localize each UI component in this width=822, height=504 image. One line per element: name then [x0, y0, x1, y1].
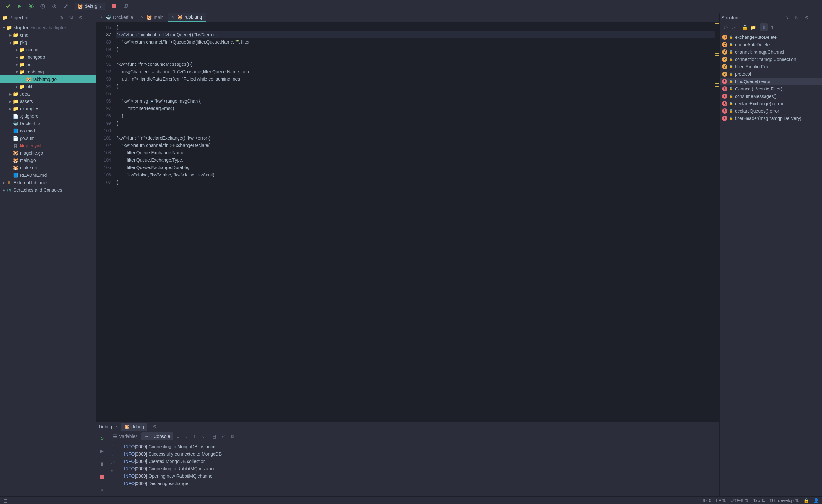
tree-item-.idea[interactable]: ▸📁.idea [0, 90, 96, 98]
build-icon[interactable] [3, 2, 13, 11]
stop-icon[interactable] [97, 472, 107, 482]
tree-item-make.go[interactable]: 🐹make.go [0, 164, 96, 171]
close-icon[interactable]: × [172, 15, 174, 19]
target-icon[interactable]: ⊕ [57, 14, 65, 21]
expand-icon[interactable]: ⇲ [67, 14, 75, 21]
step-into-icon[interactable]: ↓ [182, 432, 190, 440]
kind-badge: C [722, 42, 727, 47]
run-icon[interactable] [15, 2, 24, 11]
external-libraries[interactable]: ▸ ⫴ External Libraries [0, 179, 96, 186]
close-icon[interactable]: × [100, 15, 102, 20]
struct-item[interactable]: λ🔒filterHeader(msg *amqp.Delivery) [720, 115, 822, 122]
step-over-icon[interactable]: ⤵ [174, 432, 182, 440]
tab-Dockerfile[interactable]: ×🐳Dockerfile [96, 13, 137, 22]
tree-item-main.go[interactable]: 🐹main.go [0, 157, 96, 164]
struct-item[interactable]: λ🔒declareQueues() error [720, 107, 822, 115]
settings-icon[interactable]: ⇄ [219, 432, 227, 440]
struct-item[interactable]: λ🔒declareExchange() error [720, 100, 822, 107]
hammer-icon[interactable] [61, 2, 71, 11]
tree-item-go.sum[interactable]: 📄go.sum [0, 134, 96, 142]
minimap[interactable] [715, 22, 719, 422]
rerun-icon[interactable]: ↻ [97, 433, 107, 443]
code-content[interactable]: }"kw">func "highlight fnd">bindQueue() "… [115, 22, 715, 422]
project-root[interactable]: ▾ 📁 klopfer ~/code/lab/klopfer [0, 24, 96, 31]
tree-item-assets[interactable]: ▸📁assets [0, 98, 96, 105]
tree-item-cmd[interactable]: ▸📁cmd [0, 31, 96, 38]
run-config-selector[interactable]: 🐹 debug ▾ [75, 3, 105, 10]
tree-item-util[interactable]: ▸📁util [0, 83, 96, 90]
tree-item-Dockerfile[interactable]: 🐳Dockerfile [0, 120, 96, 127]
struct-item[interactable]: V🔒protocol [720, 70, 822, 78]
collapse-icon[interactable]: ⇱ [793, 14, 801, 21]
gear-icon[interactable]: ⚙ [803, 14, 810, 21]
tree-item-rabbitmq[interactable]: ▾📁rabbitmq [0, 68, 96, 75]
wrap-icon[interactable]: ⇄ [111, 460, 115, 465]
tree-item-go.mod[interactable]: 📘go.mod [0, 127, 96, 134]
git-branch[interactable]: Git: develop ⇅ [770, 498, 799, 503]
console-tab[interactable]: →_ Console [141, 432, 173, 440]
profile-icon[interactable] [49, 2, 59, 11]
sort-alpha-icon[interactable]: ↓ᴬ [722, 23, 729, 31]
scratches[interactable]: ▸ ◔ Scratches and Consoles [0, 186, 96, 193]
more-icon[interactable]: » [97, 485, 107, 494]
struct-item[interactable]: λ🔒bindQueue() error [720, 78, 822, 85]
close-config-icon[interactable]: × [115, 424, 117, 429]
coverage-icon[interactable] [38, 2, 47, 11]
struct-item[interactable]: V🔒filter: *config.Filter [720, 63, 822, 70]
close-icon[interactable]: × [141, 15, 143, 20]
more-icon[interactable]: » [111, 468, 115, 473]
struct-item[interactable]: C🔒exchangeAutoDelete [720, 33, 822, 41]
attach-icon[interactable] [121, 2, 131, 11]
tree-item-pkg[interactable]: ▾📁pkg [0, 38, 96, 46]
tree-item-README.md[interactable]: 📘README.md [0, 171, 96, 179]
lock-icon[interactable]: 🔒 [741, 23, 749, 31]
tab-main[interactable]: ×🐹main [137, 13, 167, 22]
tree-item-klopfer.yml[interactable]: ▦klopfer.yml [0, 142, 96, 149]
sort-visibility-icon[interactable]: ↓ᶻ [730, 23, 738, 31]
tree-item-.gitignore[interactable]: 📄.gitignore [0, 112, 96, 120]
autoscroll-from-icon[interactable]: ⬆ [768, 23, 776, 31]
inspector-icon[interactable]: 👤 [813, 498, 819, 503]
line-separator[interactable]: LF ⇅ [716, 498, 726, 503]
encoding[interactable]: UTF-8 ⇅ [731, 498, 749, 503]
minimize-icon[interactable]: — [86, 14, 94, 21]
tree-item-mongodb[interactable]: ▸📁mongodb [0, 53, 96, 61]
widget-icon[interactable]: ◫ [3, 498, 7, 503]
struct-item[interactable]: λ🔒consumeMessages() [720, 92, 822, 100]
code-editor[interactable]: 8687888990919293949596979899100101102103… [96, 22, 719, 422]
layout-icon[interactable]: ⧉ [228, 432, 236, 440]
tree-item-magefile.go[interactable]: 🐹magefile.go [0, 149, 96, 157]
debug-config-tab[interactable]: 🐹 debug [121, 423, 147, 431]
step-out-icon[interactable]: ↑ [191, 432, 198, 440]
gear-icon[interactable]: ⚙ [77, 14, 84, 21]
struct-item[interactable]: V🔒channel: *amqp.Channel [720, 48, 822, 56]
debug-icon[interactable] [26, 2, 36, 11]
tree-item-config[interactable]: ▸📁config [0, 46, 96, 53]
autoscroll-to-icon[interactable]: ⬇ [760, 23, 768, 31]
tree-item-prt[interactable]: ▸📁prt [0, 61, 96, 68]
cursor-position[interactable]: 87:6 [703, 498, 711, 503]
tree-item-examples[interactable]: ▸📁examples [0, 105, 96, 112]
folder-icon[interactable]: 📁 [749, 23, 757, 31]
minimize-icon[interactable]: — [160, 423, 168, 431]
expand-icon[interactable]: ⇲ [783, 14, 791, 21]
console-output[interactable]: ↑ ↓ ⇄ » INFO[0000] Connecting to MongoDB… [108, 441, 719, 496]
lock-icon[interactable]: 🔒 [803, 498, 809, 503]
chevron-down-icon[interactable]: ▾ [25, 15, 28, 20]
tree-item-rabbitmq.go[interactable]: 🐹rabbitmq.go [0, 75, 96, 83]
stop-icon[interactable] [109, 2, 119, 11]
variables-tab[interactable]: ☰ Variables [110, 432, 141, 440]
minimize-icon[interactable]: — [812, 14, 820, 21]
resume-icon[interactable]: ▶ [97, 446, 107, 456]
struct-item[interactable]: λ🔓Connect(f *config.Filter) [720, 85, 822, 92]
tab-rabbitmq[interactable]: ×🐹rabbitmq [168, 13, 206, 22]
pause-icon[interactable]: ⏸ [97, 459, 107, 469]
struct-item[interactable]: C🔒queueAutoDelete [720, 41, 822, 48]
down-arrow-icon[interactable]: ↓ [111, 451, 115, 457]
indent[interactable]: Tab ⇅ [753, 498, 765, 503]
up-arrow-icon[interactable]: ↑ [111, 443, 115, 448]
run-to-cursor-icon[interactable]: ↘ [199, 432, 207, 440]
gear-icon[interactable]: ⚙ [151, 423, 158, 431]
evaluate-icon[interactable]: ▦ [211, 432, 219, 440]
struct-item[interactable]: V🔒connection: *amqp.Connection [720, 56, 822, 63]
